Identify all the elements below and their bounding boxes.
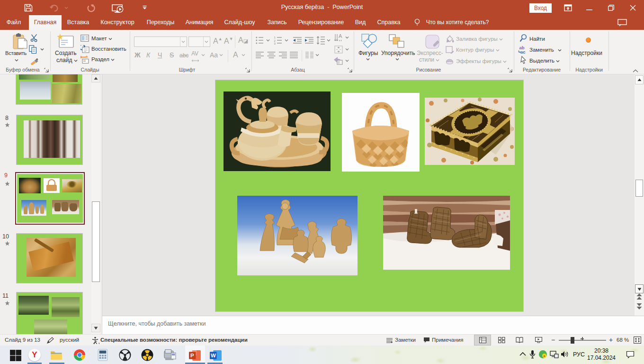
svg-text:2: 2 (274, 39, 276, 42)
svg-text:P: P (190, 353, 194, 358)
svg-text:W: W (211, 353, 216, 358)
svg-text:+: + (543, 354, 546, 358)
svg-text:3: 3 (274, 42, 276, 45)
svg-text:1: 1 (274, 36, 276, 39)
svg-text:A: A (339, 34, 342, 39)
svg-text:ac: ac (520, 49, 526, 54)
